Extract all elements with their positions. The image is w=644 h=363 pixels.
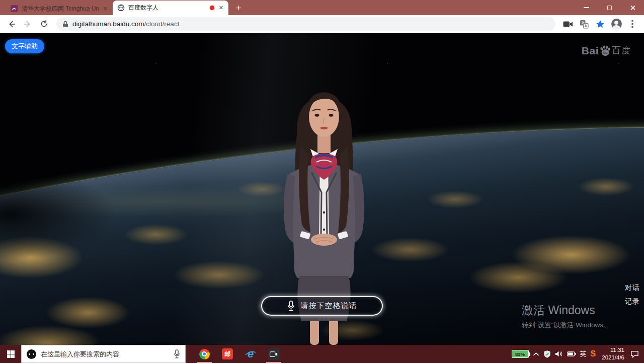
tab-title: 清华大学校园网 Tsinghua Univ <box>22 5 99 13</box>
microphone-icon <box>287 301 295 312</box>
translate-button[interactable] <box>578 18 591 31</box>
camera-icon <box>563 21 573 28</box>
back-button[interactable] <box>5 18 18 31</box>
forward-arrow-icon <box>23 20 32 29</box>
baidu-logo-text: Bai <box>582 45 599 57</box>
battery-percent-badge[interactable]: 83% <box>512 350 529 358</box>
clock-time: 11:31 <box>602 346 624 354</box>
text-assist-button[interactable]: 文字辅助 <box>5 39 44 53</box>
cortana-icon <box>27 349 36 359</box>
side-menu: 对话 记录 <box>625 283 640 306</box>
chrome-icon <box>199 349 210 359</box>
sogou-input-icon[interactable]: S <box>591 349 596 358</box>
taskbar-ie-button[interactable]: e <box>239 345 262 363</box>
battery-percent-label: 83% <box>515 351 525 357</box>
browser-menu-button[interactable] <box>626 18 639 31</box>
digital-human-page: 文字辅助 Bai du 百度 请按下空格说话 对话 记录 <box>0 33 644 345</box>
close-icon <box>630 5 635 11</box>
forward-button[interactable] <box>21 18 34 31</box>
camera-in-use-button[interactable] <box>561 18 575 31</box>
baidu-paw-icon: du <box>599 45 611 57</box>
clock-date: 2021/4/6 <box>602 354 624 361</box>
volume-icon[interactable] <box>555 350 563 357</box>
bookmark-star-icon <box>596 20 605 29</box>
recording-indicator-icon <box>210 6 214 10</box>
dialog-tab[interactable]: 对话 <box>625 283 640 293</box>
reload-icon <box>40 20 48 28</box>
tab-digital-human[interactable]: 百度数字人 ✕ <box>113 1 228 15</box>
url-text: digitalhuman.baidu.com/cloud/react <box>72 20 179 28</box>
avatar-icon <box>611 19 622 29</box>
browser-titlebar: 清华大学校园网 Tsinghua Univ ✕ 百度数字人 ✕ + <box>0 0 644 15</box>
tray-expand-icon[interactable] <box>533 352 539 356</box>
taskbar-meeting-button[interactable] <box>262 345 285 363</box>
profile-button[interactable] <box>610 18 623 31</box>
menu-dot-icon <box>631 26 633 28</box>
tab-title: 百度数字人 <box>128 4 206 12</box>
tsinghua-favicon-icon <box>10 5 18 13</box>
baidu-logo-cn-text: 百度 <box>612 44 631 57</box>
system-tray: 83% 英 S 11:31 2021/4/6 <box>512 345 644 363</box>
taskbar-search[interactable] <box>21 345 186 363</box>
tab-close-icon[interactable]: ✕ <box>218 5 224 11</box>
start-button[interactable] <box>0 345 21 363</box>
windows-taskbar: 邮 e 83% 英 S <box>0 345 644 363</box>
security-shield-icon[interactable] <box>543 350 551 358</box>
new-tab-button[interactable]: + <box>231 1 246 15</box>
tab-close-icon[interactable]: ✕ <box>102 6 109 12</box>
translate-icon <box>580 20 589 29</box>
mail-icon: 邮 <box>222 348 233 359</box>
search-input[interactable] <box>41 350 169 358</box>
taskbar-chrome-button[interactable] <box>193 345 216 363</box>
taskbar-mail-button[interactable]: 邮 <box>216 345 239 363</box>
push-to-talk-label: 请按下空格说话 <box>301 301 357 311</box>
battery-tray-icon[interactable] <box>567 351 576 356</box>
internet-explorer-icon: e <box>245 348 257 360</box>
push-to-talk-button[interactable]: 请按下空格说话 <box>261 296 383 316</box>
globe-favicon-icon <box>117 4 125 12</box>
window-controls <box>575 0 644 15</box>
window-close-button[interactable] <box>621 0 644 15</box>
record-tab[interactable]: 记录 <box>625 297 640 306</box>
menu-dot-icon <box>631 23 633 25</box>
window-maximize-button[interactable] <box>598 0 621 15</box>
taskbar-clock[interactable]: 11:31 2021/4/6 <box>600 346 626 361</box>
action-center-icon[interactable] <box>630 350 639 358</box>
screen: 清华大学校园网 Tsinghua Univ ✕ 百度数字人 ✕ + <box>0 0 644 363</box>
reload-button[interactable] <box>37 18 50 31</box>
back-arrow-icon <box>7 20 16 29</box>
address-bar[interactable]: digitalhuman.baidu.com/cloud/react <box>56 17 555 31</box>
browser-toolbar: digitalhuman.baidu.com/cloud/react <box>0 15 644 33</box>
maximize-icon <box>607 6 612 10</box>
menu-dot-icon <box>631 20 633 22</box>
windows-logo-icon <box>7 350 15 358</box>
tab-tsinghua[interactable]: 清华大学校园网 Tsinghua Univ ✕ <box>6 2 113 15</box>
window-minimize-button[interactable] <box>575 0 598 15</box>
video-camera-icon <box>268 348 280 360</box>
taskbar-apps: 邮 e <box>193 345 285 363</box>
bookmark-button[interactable] <box>594 18 607 31</box>
lock-icon <box>62 21 68 28</box>
ime-indicator[interactable]: 英 <box>580 349 587 358</box>
search-mic-icon[interactable] <box>174 349 180 359</box>
minimize-icon <box>584 7 589 8</box>
baidu-logo: Bai du 百度 <box>582 44 631 57</box>
svg-text:du: du <box>603 51 608 54</box>
